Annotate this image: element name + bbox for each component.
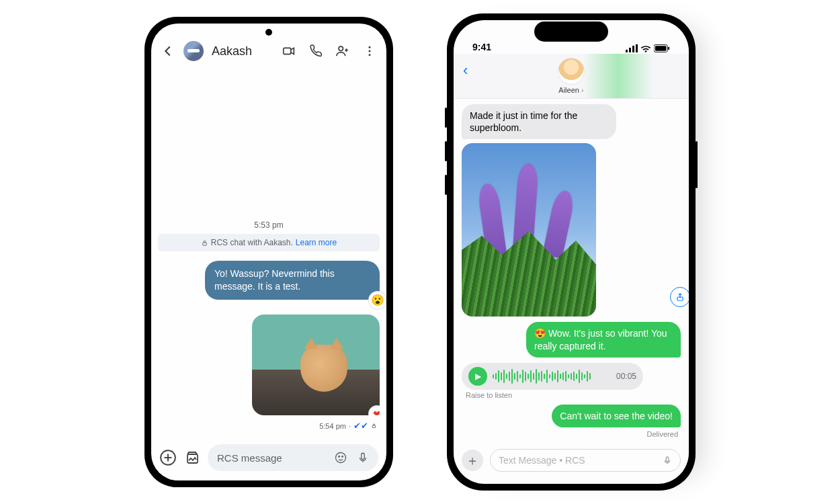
ios-compose-bar: ＋ Text Message • RCS bbox=[454, 445, 689, 484]
iphone-screen: 9:41 ‹ Aileen Made it just in time for t… bbox=[454, 20, 689, 484]
sent-text-bubble-2[interactable]: Can't wait to see the video! bbox=[552, 405, 681, 427]
gallery-icon[interactable] bbox=[183, 449, 201, 466]
wifi-icon bbox=[640, 44, 651, 52]
share-icon[interactable] bbox=[670, 287, 689, 307]
voice-message-bubble[interactable]: ▶ 00:05 bbox=[462, 363, 643, 390]
svg-point-2 bbox=[369, 46, 371, 48]
lock-icon bbox=[201, 239, 208, 247]
iphone-frame: 9:41 ‹ Aileen Made it just in time for t… bbox=[447, 13, 696, 491]
svg-rect-6 bbox=[372, 425, 376, 427]
add-attachment-icon[interactable] bbox=[159, 449, 177, 466]
svg-rect-12 bbox=[362, 453, 365, 459]
svg-rect-19 bbox=[668, 47, 669, 50]
battery-icon bbox=[654, 44, 670, 52]
svg-point-1 bbox=[339, 46, 343, 50]
read-receipt-icon: ✔✔ bbox=[353, 421, 368, 431]
phone-call-icon[interactable] bbox=[308, 44, 323, 58]
svg-point-4 bbox=[369, 54, 371, 56]
svg-point-9 bbox=[336, 453, 346, 463]
svg-rect-5 bbox=[203, 243, 207, 245]
rcs-info-banner: RCS chat with Aakash. Learn more bbox=[158, 234, 380, 251]
sent-text-bubble[interactable]: Yo! Wassup? Nevermind this message. It i… bbox=[205, 261, 380, 300]
play-icon[interactable]: ▶ bbox=[468, 367, 487, 386]
audio-duration: 00:05 bbox=[616, 372, 636, 381]
chat-timestamp: 5:53 pm bbox=[158, 220, 380, 230]
emoji-icon[interactable] bbox=[334, 451, 347, 464]
sent-timestamp: 5:54 pm · ✔✔ bbox=[319, 421, 377, 431]
received-text: Made it just in time for the superbloom. bbox=[470, 110, 577, 133]
compose-input[interactable]: Text Message • RCS bbox=[490, 449, 681, 472]
svg-rect-21 bbox=[666, 457, 669, 462]
more-options-icon[interactable] bbox=[362, 44, 377, 58]
compose-placeholder: RCS message bbox=[217, 452, 282, 464]
received-image-bubble[interactable] bbox=[462, 143, 596, 317]
contact-avatar[interactable] bbox=[558, 58, 585, 85]
svg-rect-13 bbox=[626, 50, 628, 52]
video-call-icon[interactable] bbox=[282, 44, 296, 58]
surprised-reaction-icon[interactable]: 😮 bbox=[369, 292, 386, 309]
back-arrow-icon[interactable] bbox=[161, 44, 175, 58]
svg-point-11 bbox=[342, 456, 343, 458]
android-phone-frame: Aakash 5:53 pm bbox=[144, 17, 393, 487]
cat-photo bbox=[252, 314, 380, 415]
android-compose-bar: RCS message bbox=[151, 439, 386, 480]
compose-placeholder: Text Message • RCS bbox=[499, 455, 585, 466]
svg-rect-16 bbox=[636, 44, 638, 52]
contact-avatar[interactable] bbox=[183, 41, 204, 61]
contact-name[interactable]: Aakash bbox=[212, 44, 274, 58]
sent-text: Yo! Wassup? Nevermind this message. It i… bbox=[214, 268, 335, 292]
svg-rect-18 bbox=[655, 46, 667, 50]
android-screen: Aakash 5:53 pm bbox=[151, 24, 386, 480]
dynamic-island bbox=[534, 22, 608, 42]
front-camera-hole bbox=[265, 29, 272, 36]
svg-rect-15 bbox=[632, 46, 634, 52]
svg-point-10 bbox=[339, 456, 340, 458]
back-chevron-icon[interactable]: ‹ bbox=[463, 62, 468, 79]
sent-text-1: 😍 Wow. It's just so vibrant! You really … bbox=[534, 328, 667, 351]
svg-point-3 bbox=[369, 50, 371, 52]
dictation-mic-icon[interactable] bbox=[663, 454, 672, 466]
mic-icon[interactable] bbox=[357, 451, 369, 464]
android-chat-body[interactable]: 5:53 pm RCS chat with Aakash. Learn more… bbox=[151, 67, 386, 439]
add-person-icon[interactable] bbox=[335, 44, 350, 58]
status-time: 9:41 bbox=[472, 42, 491, 52]
ios-chat-header: ‹ Aileen bbox=[454, 54, 689, 99]
ios-chat-body[interactable]: Made it just in time for the superbloom.… bbox=[454, 99, 689, 445]
rcs-banner-text: RCS chat with Aakash. bbox=[211, 238, 293, 247]
add-attachment-icon[interactable]: ＋ bbox=[462, 450, 483, 471]
raise-to-listen-hint: Raise to listen bbox=[466, 391, 681, 399]
lock-small-icon bbox=[371, 423, 377, 429]
audio-waveform bbox=[493, 368, 611, 384]
sent-text-2: Can't wait to see the video! bbox=[560, 411, 673, 421]
compose-input[interactable]: RCS message bbox=[208, 444, 378, 471]
sent-text-bubble-1[interactable]: 😍 Wow. It's just so vibrant! You really … bbox=[526, 322, 681, 357]
received-text-bubble[interactable]: Made it just in time for the superbloom. bbox=[462, 104, 616, 139]
contact-name[interactable]: Aileen bbox=[558, 86, 583, 94]
delivered-label: Delivered bbox=[647, 430, 678, 438]
svg-rect-14 bbox=[629, 48, 631, 52]
sent-image-bubble[interactable]: ❤ bbox=[252, 314, 380, 415]
learn-more-link[interactable]: Learn more bbox=[296, 238, 337, 247]
cellular-icon bbox=[626, 44, 638, 52]
svg-rect-0 bbox=[284, 48, 291, 54]
